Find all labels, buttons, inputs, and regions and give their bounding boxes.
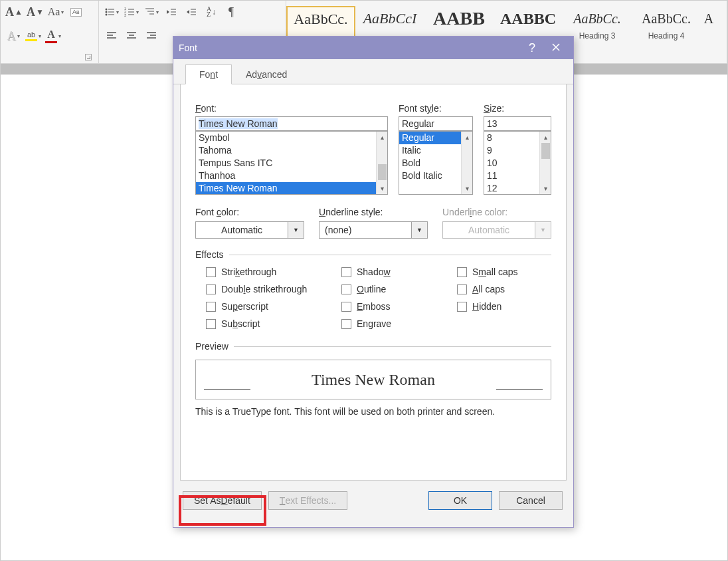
checkbox-shadow[interactable]: Shadow [341, 267, 441, 277]
help-button[interactable]: ? [520, 41, 544, 55]
grow-font-button[interactable]: A▲ [5, 3, 23, 21]
dialog-tabs: Font Advanced [173, 59, 573, 84]
tab-font[interactable]: Font [185, 64, 232, 84]
style-item-more[interactable]: A [701, 6, 717, 43]
increase-indent-button[interactable] [183, 3, 200, 21]
preview-box: Times New Roman [195, 360, 551, 399]
decrease-indent-button[interactable] [163, 3, 180, 21]
svg-text:3: 3 [124, 13, 126, 17]
font-color-combo[interactable]: Automatic ▼ [195, 221, 304, 239]
effects-group: Strikethrough Double strikethrough Super… [195, 267, 551, 329]
dialog-body: Font: Times New Roman Symbol Tahoma Temp… [180, 84, 567, 481]
checkbox-double-strike[interactable]: Double strikethrough [206, 284, 325, 294]
style-item-6[interactable]: AaBbCc. Heading 4 [632, 6, 701, 43]
font-list-scrollbar[interactable]: ▴ ▾ [376, 132, 387, 194]
bullets-button[interactable]: ▾ [103, 3, 120, 21]
checkbox-small-caps[interactable]: Small caps [457, 267, 517, 277]
cancel-button[interactable]: Cancel [499, 491, 563, 510]
align-right-button[interactable] [143, 27, 160, 45]
svg-point-4 [106, 14, 108, 16]
highlight-color-button[interactable]: ab▾ [25, 27, 42, 45]
checkbox-strikethrough[interactable]: Strikethrough [206, 267, 325, 277]
change-case-button[interactable]: Aa▾ [47, 3, 65, 21]
checkbox-subscript[interactable]: Subscript [206, 318, 325, 329]
checkbox-superscript[interactable]: Superscript [206, 301, 325, 312]
chevron-down-icon[interactable]: ▼ [288, 221, 304, 239]
clear-formatting-button[interactable]: AB [67, 3, 84, 21]
underline-color-combo: Automatic ▼ [442, 221, 551, 239]
underline-color-label: Underline color: [442, 207, 551, 217]
svg-point-2 [106, 11, 108, 13]
scroll-up-icon[interactable]: ▴ [540, 132, 551, 143]
style-list-scrollbar[interactable]: ▴ ▾ [461, 132, 472, 194]
checkbox-engrave[interactable]: Engrave [341, 318, 441, 329]
scroll-down-icon[interactable]: ▾ [377, 183, 387, 194]
checkbox-all-caps[interactable]: All caps [457, 284, 517, 294]
underline-style-label: Underline style: [319, 207, 428, 217]
preview-header: Preview [195, 341, 551, 352]
close-button[interactable] [544, 41, 568, 55]
text-effects-button: Text Effects... [268, 491, 347, 510]
font-label: Font: [195, 103, 388, 114]
preview-description: This is a TrueType font. This font will … [195, 406, 551, 417]
align-center-button[interactable] [123, 27, 140, 45]
font-dialog: Font ? Font Advanced Font: Times New Rom… [173, 36, 574, 528]
dialog-title: Font [179, 43, 520, 53]
annotation-highlight-box [179, 495, 266, 526]
multilevel-list-button[interactable]: ▾ [143, 3, 160, 21]
scroll-down-icon[interactable]: ▾ [462, 183, 472, 194]
align-left-button[interactable] [103, 27, 120, 45]
ok-button[interactable]: OK [428, 491, 492, 510]
size-input[interactable]: 13 [484, 116, 551, 131]
close-icon [551, 43, 561, 52]
effects-header: Effects [195, 249, 551, 260]
shrink-font-button[interactable]: A▼ [26, 3, 45, 21]
font-style-input[interactable]: Regular [399, 116, 473, 131]
size-listbox[interactable]: 8 9 10 11 12 ▴ ▾ [484, 131, 551, 195]
scroll-up-icon[interactable]: ▴ [462, 132, 472, 143]
preview-sample-text: Times New Roman [312, 371, 435, 389]
sort-button[interactable]: AZ↓ [203, 3, 220, 21]
size-list-scrollbar[interactable]: ▴ ▾ [539, 132, 551, 194]
numbering-button[interactable]: 123▾ [123, 3, 140, 21]
scroll-up-icon[interactable]: ▴ [377, 132, 387, 143]
font-color-label: Font color: [195, 207, 304, 217]
dialog-titlebar: Font ? [173, 37, 573, 59]
font-input[interactable]: Times New Roman [195, 116, 388, 131]
checkbox-hidden[interactable]: Hidden [457, 301, 517, 312]
checkbox-outline[interactable]: Outline [341, 284, 441, 294]
underline-style-combo[interactable]: (none) ▼ [319, 221, 428, 239]
font-style-label: Font style: [399, 103, 473, 114]
show-hide-marks-button[interactable]: ¶ [223, 3, 240, 21]
svg-point-0 [106, 9, 108, 11]
font-listbox[interactable]: Symbol Tahoma Tempus Sans ITC Thanhoa Ti… [195, 131, 388, 195]
checkbox-emboss[interactable]: Emboss [341, 301, 441, 312]
svg-marker-19 [187, 10, 189, 14]
svg-marker-15 [167, 10, 169, 14]
font-style-listbox[interactable]: Regular Italic Bold Bold Italic ▴ ▾ [399, 131, 473, 195]
chevron-down-icon[interactable]: ▼ [412, 221, 428, 239]
chevron-down-icon: ▼ [535, 221, 551, 239]
font-group-launcher-icon[interactable] [85, 54, 92, 60]
font-color-button[interactable]: A▾ [45, 27, 62, 45]
size-label: Size: [484, 103, 551, 114]
scroll-down-icon[interactable]: ▾ [540, 183, 551, 194]
text-effects-gallery-button[interactable]: A▾ [5, 27, 22, 45]
tab-advanced[interactable]: Advanced [232, 64, 301, 84]
